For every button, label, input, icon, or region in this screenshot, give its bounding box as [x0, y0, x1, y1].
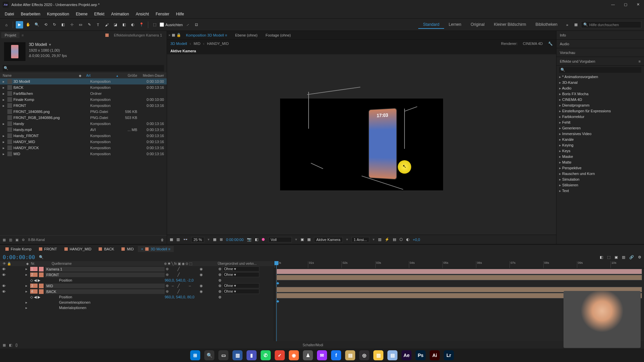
zoom-select[interactable]: 25 %: [191, 237, 204, 242]
taskbar-explorer[interactable]: ▥: [232, 350, 243, 360]
taskbar-photoshop[interactable]: Ps: [416, 350, 426, 360]
snap-options-icon[interactable]: ⟋: [184, 21, 192, 28]
info-panel-tab[interactable]: Info: [556, 31, 644, 40]
color-mgmt-icon[interactable]: ⬢: [262, 237, 265, 242]
timeline-icon[interactable]: ▤: [393, 237, 396, 242]
ruler-tick[interactable]: :00s: [274, 261, 308, 268]
timeline-tab[interactable]: FRONT: [36, 246, 60, 252]
ruler-tick[interactable]: 04s: [409, 261, 442, 268]
ruler-tick[interactable]: 02s: [341, 261, 375, 268]
effect-category[interactable]: Perspektive: [559, 165, 641, 171]
project-tab[interactable]: Projekt: [1, 32, 19, 38]
effect-category[interactable]: Boris FX Mocha: [559, 91, 641, 97]
effect-category[interactable]: Maske: [559, 154, 641, 160]
menu-effekt[interactable]: Effekt: [91, 10, 108, 18]
flowchart-icon[interactable]: ⬡: [399, 237, 403, 242]
camera-tool[interactable]: ◧: [59, 21, 67, 28]
effect-category[interactable]: * Animationsvorgaben: [559, 74, 641, 80]
text-tool[interactable]: T: [94, 21, 102, 28]
workspace-bibliotheken[interactable]: Bibliotheken: [531, 21, 562, 29]
menu-hilfe[interactable]: Hilfe: [173, 10, 187, 18]
ruler-tick[interactable]: 01s: [308, 261, 341, 268]
project-item[interactable]: ▸MIDKomposition0:00:13:16: [0, 151, 167, 157]
project-item[interactable]: ▸HANDY_RÜCKKomposition0:00:13:16: [0, 145, 167, 151]
mask-icon[interactable]: 👓: [183, 237, 188, 242]
effect-category[interactable]: Fehlt: [559, 120, 641, 125]
project-item[interactable]: ▸FRONTKomposition0:00:13:16: [0, 103, 167, 109]
zoom-tool[interactable]: 🔍: [33, 21, 41, 28]
project-item[interactable]: FRONT_RGB_1840886.pngPNG-Datei503 KB: [0, 115, 167, 121]
layer-row[interactable]: 👁▸1Kamera 1⊕╱◉⊚ Ohne ▾: [0, 266, 274, 272]
effect-category[interactable]: Keys: [559, 148, 641, 154]
layer-row[interactable]: 👁▸3MID⊕–╱–◉⊚ Ohne ▾: [0, 283, 274, 289]
layer-group-row[interactable]: ▸Geometrieoptionen: [0, 300, 274, 305]
channel-icon[interactable]: ◧: [255, 237, 258, 242]
project-item[interactable]: ▸HandyKomposition0:00:13:16: [0, 121, 167, 127]
effect-category[interactable]: CINEMA 4D: [559, 97, 641, 103]
resolution-select[interactable]: Voll: [268, 237, 292, 242]
ruler-tick[interactable]: 03s: [375, 261, 409, 268]
taskbar-notes[interactable]: ▤: [345, 350, 355, 360]
menu-animation[interactable]: Animation: [108, 10, 132, 18]
menu-datei[interactable]: Datei: [1, 10, 17, 18]
taskbar-facebook[interactable]: f: [331, 350, 341, 360]
ruler-tick[interactable]: 09s: [577, 261, 610, 268]
ruler-tick[interactable]: 06s: [476, 261, 509, 268]
tl-icon-5[interactable]: 🔗: [629, 255, 634, 259]
taskbar-messenger[interactable]: ✉: [317, 350, 327, 360]
effects-search[interactable]: 🔍: [559, 67, 641, 73]
exposure-reset-icon[interactable]: ◐: [406, 237, 410, 242]
menu-ebene[interactable]: Ebene: [72, 10, 91, 18]
timeline-tab[interactable]: Finale Komp: [2, 246, 35, 252]
taskbar-after-effects[interactable]: Ae: [401, 350, 412, 360]
tl-icon-4[interactable]: ▥: [622, 255, 625, 259]
res-icon[interactable]: ▦: [213, 237, 216, 242]
close-button[interactable]: ✕: [637, 2, 641, 7]
timeline-timecode[interactable]: 0:00:00:00: [3, 254, 35, 260]
tl-icon-3[interactable]: ▣: [614, 255, 618, 259]
effect-category[interactable]: Text: [559, 188, 641, 194]
taskbar-windows-start[interactable]: ⊞: [190, 350, 200, 360]
interpret-icon[interactable]: ▦: [3, 238, 6, 242]
timeline-tab[interactable]: × 3D Modell ≡: [138, 246, 174, 252]
taskbar-whatsapp[interactable]: ✆: [261, 350, 271, 360]
effect-category[interactable]: Kanäle: [559, 137, 641, 142]
workspace-kleiner bildschirm[interactable]: Kleiner Bildschirm: [489, 21, 531, 29]
help-search[interactable]: 🔍 Hilfe durchsuchen: [581, 21, 641, 28]
bit-depth-label[interactable]: 8-Bit-Kanal: [28, 238, 45, 242]
taskbar-todoist[interactable]: ✓: [275, 350, 285, 360]
menu-komposition[interactable]: Komposition: [44, 10, 72, 18]
effect-category[interactable]: 3D-Kanal: [559, 80, 641, 85]
timeline-tab[interactable]: MID: [118, 246, 137, 252]
workspace-original[interactable]: Original: [466, 21, 489, 29]
tl-icon-1[interactable]: ◧: [600, 255, 603, 259]
breadcrumb-item[interactable]: HANDY_MID: [207, 42, 229, 46]
taskbar-search[interactable]: 🔍: [204, 350, 214, 360]
eraser-tool[interactable]: ◧: [120, 21, 128, 28]
views-select[interactable]: 1 Ansi...: [352, 237, 369, 242]
layer-tab[interactable]: Ebene (ohne): [232, 33, 261, 38]
audio-panel-tab[interactable]: Audio: [556, 40, 644, 48]
maximize-button[interactable]: ▢: [624, 2, 629, 7]
taskbar-obs[interactable]: ◎: [359, 350, 369, 360]
timeline-search-icon[interactable]: 🔍: [39, 255, 44, 259]
clone-tool[interactable]: ◪: [112, 21, 119, 28]
layer-row[interactable]: 👁▸4BACK⊕╱◉⊚ Ohne ▾: [0, 289, 274, 294]
workspace-more-icon[interactable]: »: [564, 21, 571, 28]
project-item[interactable]: ▸FarbflächenOrdner: [0, 90, 167, 97]
ruler-tick[interactable]: 08s: [543, 261, 577, 268]
layer-property-row[interactable]: ◇ ◀ ▶Position960,0, 540,0, -2,0⊚: [0, 278, 274, 283]
project-item[interactable]: FRONT_1840886.pngPNG-Datei596 KB: [0, 109, 167, 115]
layer-row[interactable]: 👁▸2FRONT⊕╱◉⊚ Ohne ▾: [0, 272, 274, 278]
brush-tool[interactable]: 🖌: [103, 21, 110, 28]
snap-icon[interactable]: ⬚: [151, 21, 158, 28]
menu-ansicht[interactable]: Ansicht: [132, 10, 152, 18]
trash-icon[interactable]: 🗑: [161, 238, 164, 242]
effect-category[interactable]: Generieren: [559, 125, 641, 131]
transparency-icon[interactable]: ▦: [307, 237, 311, 242]
effect-category[interactable]: Stilisieren: [559, 182, 641, 188]
switches-modes-toggle[interactable]: Schalter/Modi: [303, 343, 323, 347]
shape-tool[interactable]: ▭: [77, 21, 84, 28]
effect-category[interactable]: Einstellungen für Expressions: [559, 108, 641, 114]
roto-tool[interactable]: ◐: [129, 21, 137, 28]
